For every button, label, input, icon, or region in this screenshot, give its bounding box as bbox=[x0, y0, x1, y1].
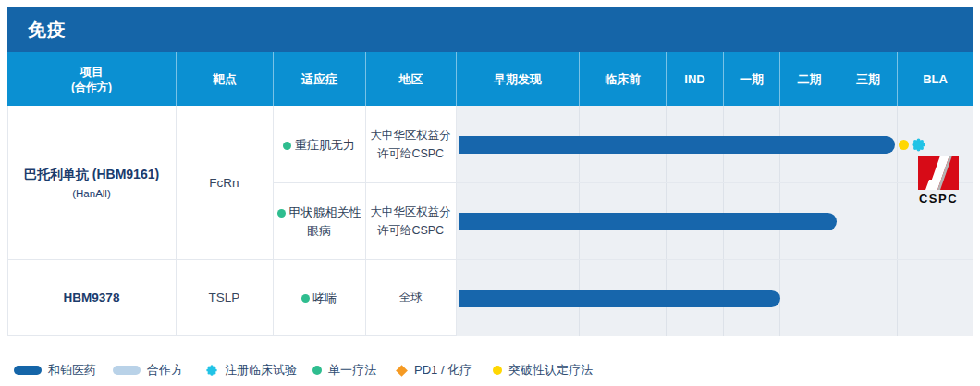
monotherapy-dot-icon bbox=[277, 209, 286, 218]
legend-item-pd1-chemo: PD1 / 化疗 bbox=[396, 359, 472, 381]
cspc-logo-icon bbox=[914, 156, 962, 191]
table-header: 项目 (合作方) 靶点 适应症 地区 早期发现 临床前 IND 一期 二期 三期… bbox=[7, 52, 973, 106]
monotherapy-dot-icon bbox=[283, 142, 291, 150]
green-dot-icon bbox=[312, 366, 322, 375]
legend-label: 突破性认定疗法 bbox=[508, 362, 593, 379]
indication-cell: 甲状腺相关性眼病 bbox=[273, 183, 365, 260]
legend-item-breakthrough: 突破性认定疗法 bbox=[493, 359, 593, 381]
cspc-logo: CSPC bbox=[914, 156, 962, 204]
pipeline-panel: 免疫 项目 (合作方) 靶点 适应症 地区 早期发现 临床前 IND 一期 二期… bbox=[0, 0, 980, 386]
column-header-project: 项目 (合作方) bbox=[7, 52, 176, 106]
orange-diamond-icon bbox=[396, 365, 408, 377]
column-header-preclinical: 临床前 bbox=[579, 52, 666, 106]
breakthrough-designation-icon bbox=[899, 140, 909, 150]
cyan-seal-icon bbox=[205, 364, 218, 377]
indication-cell: 哮喘 bbox=[273, 260, 365, 336]
registrational-trial-icon bbox=[911, 137, 926, 153]
region-cell: 大中华区权益分许可给CSPC bbox=[365, 183, 456, 260]
light-blue-bar-icon bbox=[113, 366, 141, 375]
pipeline-bar-hbm9161-ted bbox=[459, 213, 837, 230]
column-header-discovery: 早期发现 bbox=[456, 52, 579, 106]
dark-blue-bar-icon bbox=[14, 366, 42, 375]
column-header-region: 地区 bbox=[365, 52, 456, 106]
target-cell: TSLP bbox=[176, 260, 273, 336]
indication-name: 甲状腺相关性眼病 bbox=[289, 205, 361, 238]
legend: 和铂医药 合作方 注册临床试验 单一疗 bbox=[0, 359, 980, 381]
column-header-project-line1: 项目 bbox=[80, 64, 104, 81]
region-text: 大中华区权益分许可给CSPC bbox=[366, 127, 455, 163]
section-title: 免疫 bbox=[28, 18, 67, 43]
indication-name: 哮喘 bbox=[313, 291, 337, 305]
phase-gridline bbox=[897, 106, 898, 336]
legend-item-monotherapy: 单一疗法 bbox=[312, 359, 376, 381]
column-header-bla: BLA bbox=[897, 52, 973, 106]
cspc-logo-text: CSPC bbox=[914, 192, 962, 205]
region-cell: 全球 bbox=[365, 260, 456, 336]
legend-label: 和铂医药 bbox=[48, 362, 96, 379]
column-header-phase3: 三期 bbox=[839, 52, 897, 106]
legend-label: PD1 / 化疗 bbox=[414, 362, 472, 379]
indication-name: 重症肌无力 bbox=[295, 138, 355, 152]
section-header: 免疫 bbox=[7, 7, 973, 52]
region-text: 大中华区权益分许可给CSPC bbox=[366, 204, 455, 240]
legend-item-partner: 合作方 bbox=[113, 359, 183, 381]
program-name: 巴托利单抗 (HBM9161) bbox=[24, 165, 159, 183]
region-text: 全球 bbox=[399, 289, 423, 306]
indication-cell: 重症肌无力 bbox=[273, 106, 365, 183]
column-header-phase1: 一期 bbox=[723, 52, 779, 106]
column-header-project-line2: (合作方) bbox=[71, 80, 112, 94]
target-cell: FcRn bbox=[176, 106, 273, 260]
project-cell: HBM9378 bbox=[7, 260, 176, 336]
legend-label: 单一疗法 bbox=[328, 362, 376, 379]
pipeline-bar-hbm9161-mg bbox=[459, 136, 895, 154]
legend-label: 注册临床试验 bbox=[225, 362, 297, 379]
project-cell: 巴托利单抗 (HBM9161) (HanAll) bbox=[7, 106, 176, 260]
column-header-target: 靶点 bbox=[176, 52, 273, 106]
pipeline-bar-hbm9378-asthma bbox=[459, 290, 780, 307]
column-header-indication: 适应症 bbox=[273, 52, 365, 106]
monotherapy-dot-icon bbox=[301, 294, 310, 303]
target-name: FcRn bbox=[209, 174, 239, 193]
region-cell: 大中华区权益分许可给CSPC bbox=[365, 106, 456, 183]
legend-item-harbour: 和铂医药 bbox=[14, 359, 96, 381]
column-divider bbox=[456, 106, 457, 336]
yellow-dot-icon bbox=[493, 366, 502, 375]
target-name: TSLP bbox=[209, 289, 240, 307]
column-header-ind: IND bbox=[666, 52, 723, 106]
legend-item-registrational: 注册临床试验 bbox=[205, 359, 297, 381]
legend-label: 合作方 bbox=[147, 362, 183, 379]
program-partner: (HanAll) bbox=[72, 186, 111, 202]
program-name: HBM9378 bbox=[64, 289, 120, 307]
column-header-phase2: 二期 bbox=[779, 52, 839, 106]
